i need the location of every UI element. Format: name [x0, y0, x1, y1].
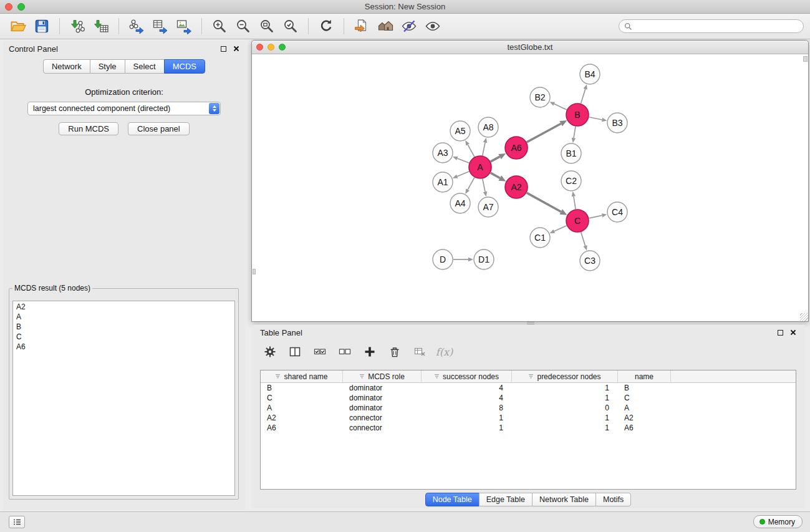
result-item[interactable]: B — [13, 322, 234, 332]
delete-column-button[interactable] — [386, 344, 403, 360]
graph-node-C3[interactable]: C3 — [580, 251, 600, 271]
graph-edge-B-B4[interactable] — [581, 89, 586, 104]
graph-edge-C-C4[interactable] — [589, 215, 602, 218]
graph-edge-A-A1[interactable] — [457, 172, 469, 177]
zoom-selected-button[interactable] — [279, 16, 302, 37]
graph-node-A8[interactable]: A8 — [478, 117, 498, 137]
graph-node-A2[interactable]: A2 — [505, 176, 528, 198]
graph-edge-A-A3[interactable] — [457, 158, 469, 163]
graph-node-A3[interactable]: A3 — [433, 143, 453, 163]
graph-edge-A-A2[interactable] — [491, 173, 500, 178]
tab-mcds[interactable]: MCDS — [164, 59, 205, 74]
graph-node-A7[interactable]: A7 — [478, 197, 498, 217]
graph-edge-A6-B[interactable] — [527, 123, 561, 142]
optimization-dropdown[interactable]: largest connected component (directed) — [27, 102, 221, 115]
result-item[interactable]: A6 — [13, 342, 234, 352]
tab-network[interactable]: Network — [43, 59, 90, 74]
open-session-button[interactable] — [6, 16, 30, 37]
resize-grip-icon[interactable] — [800, 313, 808, 321]
tab-motifs[interactable]: Motifs — [595, 493, 631, 506]
hide-graphics-button[interactable] — [397, 16, 421, 37]
export-table-button[interactable] — [148, 16, 172, 37]
run-mcds-button[interactable]: Run MCDS — [59, 122, 118, 135]
graph-edge-C-C3[interactable] — [581, 232, 586, 246]
table-row[interactable]: Cdominator41C — [261, 393, 796, 403]
export-image-button[interactable] — [172, 16, 196, 37]
deselect-all-button[interactable] — [336, 344, 353, 360]
graph-node-D1[interactable]: D1 — [474, 249, 494, 269]
graph-node-C2[interactable]: C2 — [561, 171, 581, 191]
column-header-name[interactable]: name — [618, 370, 671, 382]
network-canvas[interactable]: AA1A2A3A4A5A6A7A8BB1B2B3B4CC1C2C3C4DD1 — [252, 54, 808, 321]
graph-node-B2[interactable]: B2 — [530, 87, 550, 107]
graph-node-B4[interactable]: B4 — [580, 64, 600, 84]
graph-edge-A-A8[interactable] — [483, 142, 485, 155]
graph-node-A1[interactable]: A1 — [433, 172, 453, 192]
graph-edge-C-C2[interactable] — [574, 196, 576, 210]
import-table-button[interactable] — [89, 16, 113, 37]
tab-edge-table[interactable]: Edge Table — [479, 493, 533, 506]
tab-select[interactable]: Select — [125, 59, 165, 74]
function-builder-button[interactable]: f(x) — [436, 344, 453, 360]
tab-style[interactable]: Style — [90, 59, 125, 74]
graph-node-A[interactable]: A — [469, 156, 491, 178]
result-item[interactable]: A2 — [13, 302, 234, 312]
graph-edge-B-B1[interactable] — [574, 127, 576, 138]
add-column-button[interactable] — [361, 344, 378, 360]
graph-edge-B-B3[interactable] — [589, 117, 602, 120]
select-all-button[interactable] — [311, 344, 328, 360]
float-panel-icon[interactable] — [221, 46, 226, 52]
graph-node-D[interactable]: D — [433, 249, 453, 269]
float-table-panel-icon[interactable] — [778, 330, 783, 336]
table-row[interactable]: Adominator80A — [261, 403, 796, 413]
graph-edge-B-B2[interactable] — [554, 104, 567, 110]
graph-edge-A-A6[interactable] — [491, 157, 500, 162]
import-network-button[interactable] — [65, 16, 89, 37]
graph-node-B1[interactable]: B1 — [561, 143, 581, 163]
column-header-mcds-role[interactable]: MCDS role — [343, 370, 422, 382]
graph-edge-A-A4[interactable] — [468, 178, 475, 190]
mcds-result-list[interactable]: A2ABCA6 — [12, 301, 235, 496]
toggle-columns-button[interactable] — [286, 344, 303, 360]
graph-edge-C-C1[interactable] — [554, 226, 567, 231]
table-row[interactable]: Bdominator41B — [261, 383, 796, 393]
scrollbar-thumb[interactable] — [803, 56, 808, 62]
column-header-shared-name[interactable]: shared name — [261, 370, 343, 382]
open-recent-button[interactable] — [350, 16, 374, 37]
graph-node-A6[interactable]: A6 — [505, 137, 528, 159]
graph-node-C[interactable]: C — [566, 210, 589, 232]
graph-node-A5[interactable]: A5 — [450, 121, 470, 141]
memory-button[interactable]: Memory — [753, 515, 803, 528]
close-table-panel-icon[interactable] — [790, 329, 796, 336]
graph-edge-A-A5[interactable] — [468, 145, 475, 157]
layout-button[interactable] — [374, 16, 397, 37]
task-history-button[interactable] — [9, 516, 25, 528]
graph-edge-A-A7[interactable] — [483, 179, 485, 192]
graph-node-C4[interactable]: C4 — [607, 202, 627, 222]
graph-node-B[interactable]: B — [566, 104, 589, 126]
tab-node-table[interactable]: Node Table — [425, 493, 480, 506]
save-session-button[interactable] — [30, 16, 54, 37]
network-window-titlebar[interactable]: testGlobe.txt — [252, 41, 808, 54]
table-settings-button[interactable] — [261, 344, 278, 360]
show-graphics-button[interactable] — [421, 16, 445, 37]
graph-edge-A2-C[interactable] — [527, 193, 561, 211]
search-box[interactable] — [619, 19, 804, 33]
table-row[interactable]: A2connector11A2 — [261, 413, 796, 423]
result-item[interactable]: C — [13, 332, 234, 342]
network-graph[interactable]: AA1A2A3A4A5A6A7A8BB1B2B3B4CC1C2C3C4DD1 — [252, 54, 808, 321]
graph-node-A4[interactable]: A4 — [450, 193, 470, 213]
delete-table-button[interactable] — [411, 344, 428, 360]
result-item[interactable]: A — [13, 312, 234, 322]
splitter-grip[interactable] — [527, 322, 534, 324]
tab-network-table[interactable]: Network Table — [532, 493, 596, 506]
table-row[interactable]: A6connector11A6 — [261, 423, 796, 433]
zoom-in-button[interactable] — [208, 16, 231, 37]
close-panel-icon[interactable] — [233, 46, 239, 52]
zoom-out-button[interactable] — [231, 16, 255, 37]
close-panel-button[interactable]: Close panel — [128, 122, 190, 135]
scrollbar-thumb[interactable] — [253, 269, 256, 274]
graph-node-C1[interactable]: C1 — [530, 228, 550, 248]
export-network-button[interactable] — [125, 16, 148, 37]
column-header-successor-nodes[interactable]: successor nodes — [422, 370, 512, 382]
